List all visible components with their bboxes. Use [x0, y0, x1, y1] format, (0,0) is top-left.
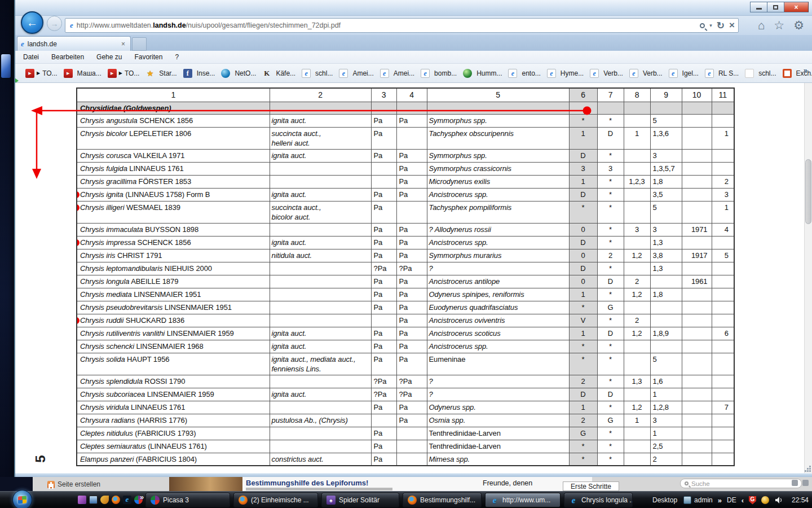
speaker-icon[interactable] — [774, 496, 783, 505]
col10-cell — [682, 288, 712, 301]
erste-schritte-button[interactable]: Erste Schritte — [563, 481, 619, 491]
favorites-bar-item[interactable]: bomb... — [421, 69, 457, 78]
quick-launch-overflow-chevron-icon[interactable]: » — [140, 493, 144, 501]
close-button[interactable]: × — [784, 2, 809, 12]
species-cell: Chrysis splendidula ROSSI 1790 — [77, 375, 270, 388]
toolbar-overflow-chevron-icon[interactable]: » — [718, 496, 722, 505]
gear-icon[interactable]: ⚙ — [793, 18, 804, 33]
title-bar[interactable]: × — [15, 0, 812, 16]
menu-item[interactable]: ? — [175, 53, 179, 61]
show-hidden-icons-chevron[interactable]: ‹ — [742, 496, 744, 505]
vertical-scrollbar[interactable] — [804, 83, 812, 473]
forward-button[interactable]: → — [47, 16, 62, 31]
favorite-label: Amei... — [394, 69, 414, 77]
toolbar-icon[interactable] — [802, 480, 809, 486]
favorites-bar-item[interactable]: Hyme... — [547, 69, 584, 78]
task-button-label: Picasa 3 — [163, 496, 189, 504]
scrollbar-thumb[interactable] — [805, 159, 811, 224]
tray-gold-icon[interactable] — [761, 496, 769, 504]
maximize-button[interactable] — [767, 2, 784, 12]
col8-cell: 1 — [624, 414, 650, 427]
taskbar-window-button[interactable]: Picasa 3 — [145, 493, 230, 507]
menu-item[interactable]: Favoriten — [134, 53, 162, 61]
resize-grip[interactable] — [804, 465, 811, 472]
taskbar-window-button[interactable]: http://www.um... — [485, 493, 561, 507]
favorites-bar-item[interactable]: Star... — [145, 69, 176, 78]
col8-cell: 1,2 — [624, 327, 650, 340]
favorites-bar-item[interactable]: Verb... — [629, 69, 663, 78]
favorites-bar-item[interactable]: NetO... — [221, 69, 256, 78]
col10-cell — [682, 175, 712, 188]
species-cell: det. P.R. Chrysis ignita (LINNAEUS 1758)… — [77, 188, 270, 201]
clock[interactable]: 22:54 — [788, 496, 809, 504]
search-icon[interactable] — [700, 23, 705, 28]
notification-area: Desktop admin » DE ‹ 22:54 — [651, 492, 809, 508]
favorites-bar-item[interactable]: Amei... — [380, 69, 414, 78]
table-row: Chrysis subcoriacea LINSENMAIER 1959 ign… — [77, 388, 734, 401]
ie-page-icon: e — [70, 21, 73, 30]
back-button[interactable]: ← — [21, 11, 43, 34]
favorites-bar-item[interactable]: RL S... — [705, 69, 739, 78]
favorites-bar-item[interactable]: schl... — [745, 69, 776, 78]
home-icon[interactable]: ⌂ — [758, 18, 765, 33]
det-marker-dot — [77, 191, 80, 198]
favorites-bar-item[interactable]: Humm... — [463, 69, 502, 78]
menu-item[interactable]: Gehe zu — [96, 53, 122, 61]
taskbar-window-button[interactable]: Chrysis longula ... — [564, 493, 633, 507]
favorites-bar-item[interactable]: Exch... — [783, 69, 812, 78]
desktop-shortcut-icon[interactable] — [1, 54, 11, 78]
fragment-toolbar-icons — [792, 480, 809, 486]
star-gold-icon — [145, 69, 155, 78]
col7-cell: D — [597, 388, 624, 401]
ie-quick-launch-icon[interactable]: e — [123, 496, 131, 504]
species-name: Chrysis immaculata — [80, 225, 143, 234]
stop-icon[interactable]: × — [729, 20, 735, 31]
ie-doc-icon — [590, 69, 599, 78]
favorites-bar-item[interactable]: Amei... — [339, 69, 373, 78]
start-button[interactable] — [12, 490, 32, 508]
antivirus-shield-icon[interactable] — [749, 496, 756, 505]
favorites-bar-item[interactable]: Verb... — [590, 69, 623, 78]
tab-close-icon[interactable]: × — [120, 40, 127, 48]
quick-launch-icon-3[interactable] — [100, 496, 109, 504]
taskbar-window-button[interactable]: Bestimmungshilf... — [403, 493, 482, 507]
taskbar-window-button[interactable]: Spider Solitär — [321, 493, 399, 507]
favorites-bar-item[interactable]: Inse... — [183, 69, 215, 78]
species-name: Chrysura radians — [80, 416, 135, 424]
favorites-bar-item[interactable]: ▶ TO... — [25, 69, 58, 78]
desktop-toolbar-label[interactable]: Desktop — [651, 496, 678, 504]
host-cell: Tachysphex obscuripennis — [427, 127, 569, 149]
user-toolbar[interactable]: admin — [683, 496, 713, 504]
seite-erstellen-link[interactable]: Seite erstellen — [47, 480, 100, 488]
favorites-bar-item[interactable]: ento... — [508, 69, 540, 78]
col9-cell: 1,2,8 — [650, 401, 682, 414]
col7-cell: * — [597, 401, 624, 414]
quick-launch-icon-2[interactable] — [89, 496, 98, 504]
minimize-button[interactable] — [750, 2, 767, 12]
menu-item[interactable]: Bearbeiten — [51, 53, 84, 61]
favorites-bar-item[interactable]: Käfe... — [262, 69, 295, 78]
favorites-bar-item[interactable]: Маша... — [64, 69, 102, 78]
favorites-bar-item[interactable]: Igel... — [669, 69, 699, 78]
col11-cell: 4 — [712, 223, 734, 236]
species-authority: LEPELETIER 1806 — [129, 129, 191, 138]
favorites-bar-item[interactable]: ▶ TO... — [108, 69, 140, 78]
search-dropdown-icon[interactable]: ▾ — [709, 23, 712, 28]
quick-launch-icon-1[interactable] — [78, 496, 86, 504]
new-tab-button[interactable] — [132, 37, 147, 51]
language-indicator[interactable]: DE — [727, 496, 736, 504]
taskbar-window-button[interactable]: (2) Einheimische ... — [233, 493, 318, 507]
species-authority: SCHENCK 1856 — [138, 238, 191, 247]
toolbar-icon[interactable] — [792, 480, 798, 486]
col4-cell: Pa — [396, 223, 427, 236]
favorites-overflow-chevron-icon[interactable]: » — [804, 66, 807, 75]
refresh-icon[interactable]: ↻ — [717, 20, 725, 32]
address-bar[interactable]: e http://www.umweltdaten.landsh.de/nuis/… — [65, 18, 739, 33]
search-box[interactable]: Suche — [680, 479, 802, 488]
firefox-quick-launch-icon[interactable] — [112, 496, 120, 504]
favorites-star-icon[interactable]: ☆ — [774, 18, 784, 33]
browser-tab[interactable]: e landsh.de × — [17, 36, 131, 51]
url-text[interactable]: http://www.umweltdaten.landsh.de/nuis/up… — [77, 21, 700, 29]
favorites-bar-item[interactable]: schl... — [302, 69, 333, 78]
menu-item[interactable]: Datei — [23, 53, 39, 61]
